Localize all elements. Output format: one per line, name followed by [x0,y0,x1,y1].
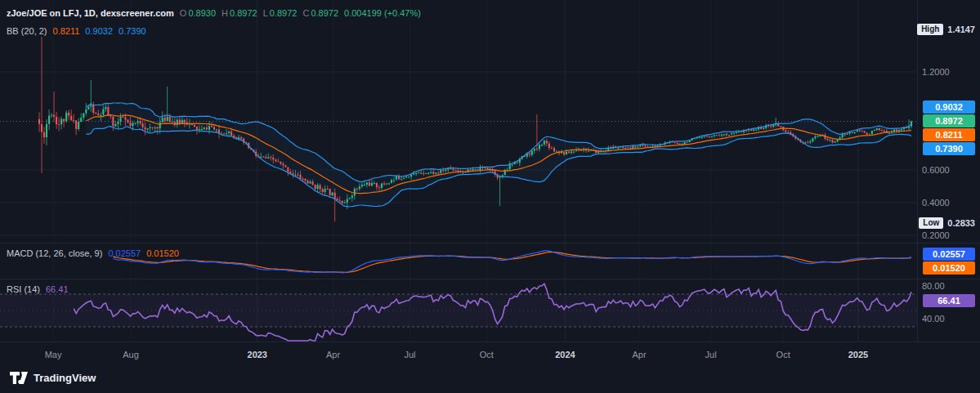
chart-widget: zJoe/JOE on LFJ, 1D, dexscreener.com O 0… [0,0,980,393]
last-price-badge: 0.8972 [923,114,975,127]
rsi-legend[interactable]: RSI (14) 66.41 [7,284,69,295]
low-value: L 0.8972 [263,7,298,19]
bb-upper-value: 0.9032 [85,25,113,37]
rsi-value-badge: 66.41 [923,294,975,307]
high-value: H 0.8972 [222,7,257,19]
main-series-legend[interactable]: zJoe/JOE on LFJ, 1D, dexscreener.com O 0… [7,7,421,19]
close-number: 0.8972 [311,7,338,19]
high-chip: High [917,24,943,35]
close-value: C 0.8972 [302,7,338,19]
high-label: H [222,7,228,19]
macd-value: 0.02557 [108,248,141,259]
rsi-value: 66.41 [46,284,69,295]
bb-label: BB (20, 2) [7,25,47,37]
tradingview-attribution[interactable]: TradingView [10,372,96,384]
macd-signal-value: 0.01520 [146,248,179,259]
high-marker: High 1.4147 [917,23,975,36]
rsi-label: RSI (14) [7,284,40,295]
open-number: 0.8930 [188,7,216,19]
bb-legend[interactable]: BB (20, 2) 0.8211 0.9032 0.7390 [7,25,146,37]
macd-legend[interactable]: MACD (12, 26, close, 9) 0.02557 0.01520 [7,248,179,259]
macd-signal-badge: 0.01520 [923,261,975,275]
low-chip: Low [919,217,943,229]
open-label: O [180,7,187,19]
price-scale[interactable] [917,0,980,342]
open-value: O 0.8930 [180,7,216,19]
low-marker-value: 0.2833 [947,218,975,228]
low-label: L [263,7,268,19]
brand-name: TradingView [34,372,96,384]
bb-lower-price-badge: 0.7390 [923,142,975,155]
bb-basis-price-badge: 0.8211 [923,128,975,141]
symbol-title: zJoe/JOE on LFJ, 1D, dexscreener.com [7,7,174,19]
bb-upper-price-badge: 0.9032 [923,100,975,114]
macd-label: MACD (12, 26, close, 9) [7,248,102,259]
close-label: C [302,7,309,19]
bb-lower-value: 0.7390 [119,25,146,37]
time-axis[interactable] [0,342,980,367]
chart-canvas[interactable] [0,0,980,393]
high-number: 0.8972 [230,7,257,19]
high-marker-value: 1.4147 [947,25,975,34]
low-marker: Low 0.2833 [919,217,975,230]
macd-value-badge: 0.02557 [923,248,975,261]
change-value: 0.004199 (+0.47%) [344,7,421,19]
bb-basis-value: 0.8211 [53,25,80,37]
low-number: 0.8972 [270,7,298,19]
tradingview-logo [10,372,28,384]
